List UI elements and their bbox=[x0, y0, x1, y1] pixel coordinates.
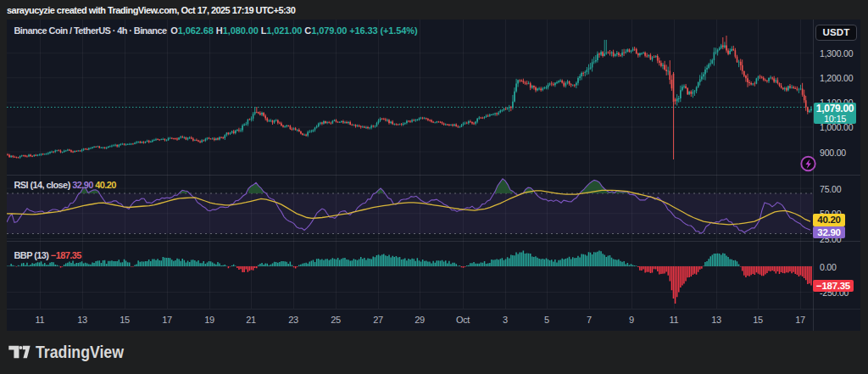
svg-text:TradingView: TradingView bbox=[36, 343, 125, 361]
